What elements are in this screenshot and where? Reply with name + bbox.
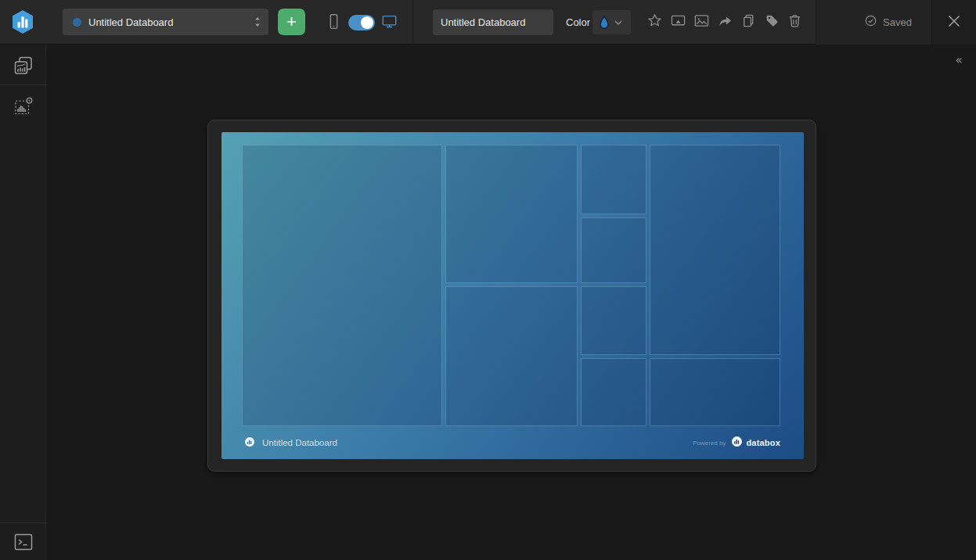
datablocks-icon [13, 56, 34, 78]
placeholder-block [650, 358, 780, 426]
sidebar [0, 45, 46, 560]
tv-icon [671, 13, 686, 31]
desktop-preview-button[interactable] [382, 0, 397, 45]
databoard-name-input[interactable] [433, 9, 553, 35]
snapshot-button[interactable] [690, 11, 712, 33]
board-footer-brand: Powered by databox [693, 436, 780, 450]
board-selector-dropdown[interactable]: Untitled Databoard [63, 9, 268, 35]
topbar-divider [816, 0, 816, 45]
color-dropdown[interactable] [592, 10, 631, 34]
databoard-preview[interactable]: Untitled Databoard Powered by [221, 132, 804, 459]
editor-canvas-area: « [46, 45, 976, 560]
placeholder-block [581, 286, 646, 355]
placeholder-block [581, 358, 646, 426]
monitor-icon [382, 15, 397, 31]
topbar: Untitled Databoard + [0, 0, 976, 45]
delete-button[interactable] [783, 11, 805, 33]
save-status: Saved [864, 0, 912, 45]
board-footer-left: Untitled Databoard [245, 436, 337, 450]
add-databoard-button[interactable]: + [278, 9, 305, 35]
color-label: Color [566, 0, 590, 45]
databoard-frame: Untitled Databoard Powered by [207, 120, 816, 472]
share-button[interactable] [714, 11, 736, 33]
close-icon [946, 13, 962, 31]
topbar-divider [412, 0, 413, 45]
chevron-down-icon [614, 20, 622, 25]
mobile-preview-button[interactable] [329, 0, 339, 45]
databox-logo[interactable] [9, 9, 36, 35]
duplicate-button[interactable] [737, 11, 759, 33]
databox-brand-icon [732, 436, 742, 450]
close-editor-button[interactable] [943, 11, 965, 33]
terminal-icon [14, 533, 33, 553]
sort-arrows-icon [254, 16, 261, 31]
topbar-divider [931, 0, 932, 45]
favorite-button[interactable] [643, 11, 665, 33]
toggle-knob [361, 16, 373, 29]
star-icon [647, 13, 662, 31]
device-toggle-switch[interactable] [348, 15, 375, 31]
board-color-dot [73, 18, 81, 27]
saved-label: Saved [883, 16, 912, 28]
image-icon [694, 13, 709, 31]
powered-by-label: Powered by [693, 440, 726, 447]
board-title: Untitled Databoard [262, 438, 337, 447]
databox-round-icon [245, 436, 254, 450]
sidebar-item-datablocks[interactable] [0, 49, 46, 84]
tag-icon [765, 13, 780, 31]
sidebar-divider [0, 84, 46, 85]
board-footer: Untitled Databoard Powered by [221, 426, 804, 459]
collapse-panel-button[interactable]: « [949, 51, 968, 70]
placeholder-block [650, 145, 780, 355]
placeholder-block [581, 217, 646, 283]
sidebar-divider [0, 522, 46, 523]
placeholder-block [581, 145, 646, 214]
copy-pages-icon [741, 13, 756, 31]
placeholder-block [242, 145, 442, 426]
placeholder-block [445, 286, 578, 426]
trash-icon [787, 13, 802, 31]
tv-mode-button[interactable] [667, 11, 689, 33]
databoard-editor: Untitled Databoard + [0, 0, 976, 560]
share-arrow-icon [718, 13, 733, 31]
droplet-icon [599, 16, 610, 30]
sidebar-item-custom-datablock[interactable] [0, 90, 46, 124]
phone-icon [329, 13, 339, 33]
tag-button[interactable] [761, 11, 783, 33]
placeholder-block [445, 145, 578, 283]
databox-hexagon-icon [9, 24, 36, 38]
brand-name: databox [746, 438, 780, 447]
check-circle-icon [864, 14, 877, 31]
board-selector-label: Untitled Databoard [88, 16, 173, 28]
custom-datablock-icon [13, 96, 34, 119]
sidebar-item-console[interactable] [0, 526, 46, 560]
